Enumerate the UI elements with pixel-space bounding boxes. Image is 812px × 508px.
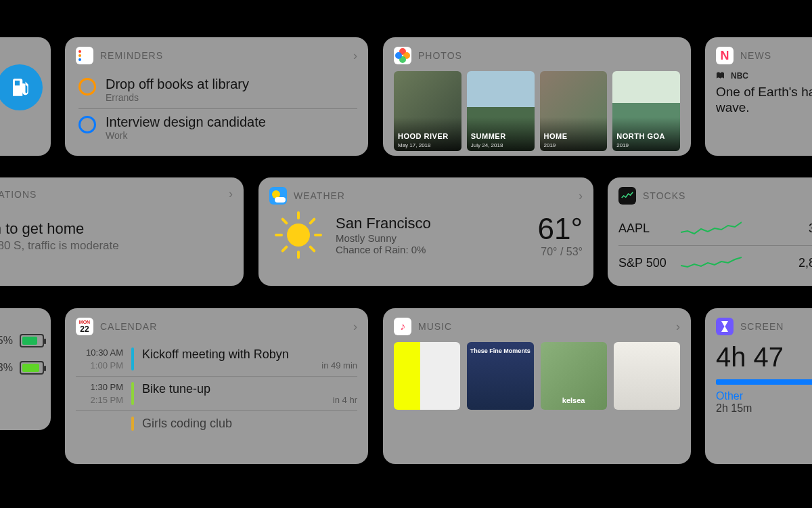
- widget-title: NEWS: [740, 50, 771, 61]
- photos-widget[interactable]: PHOTOS HOOD RIVER May 17, 2018 SUMMER Ju…: [383, 37, 691, 156]
- album-card[interactable]: [394, 342, 460, 410]
- reminder-title: Interview design candidate: [106, 114, 266, 130]
- photo-card[interactable]: NORTH GOA 2019: [612, 71, 680, 151]
- weather-temp: 61°: [537, 212, 583, 246]
- album-card[interactable]: kelsea: [541, 342, 607, 410]
- event-end: 1:00 PM: [76, 360, 123, 371]
- weather-condition: Mostly Sunny: [336, 232, 431, 244]
- photo-card[interactable]: HOME 2019: [540, 71, 608, 151]
- album-label: kelsea: [541, 396, 607, 404]
- photo-card[interactable]: SUMMER July 24, 2018: [467, 71, 535, 151]
- reminder-toggle[interactable]: [78, 116, 96, 133]
- music-icon: ♪: [394, 318, 411, 335]
- battery-icon: [20, 334, 44, 347]
- calendar-event[interactable]: 1:30 PM2:15 PM Bike tune-up in 4 hr: [76, 377, 357, 411]
- sparkline-icon: [681, 253, 742, 272]
- photo-card[interactable]: HOOD RIVER May 17, 2018: [394, 71, 461, 151]
- widget-title: STOCKS: [643, 190, 685, 201]
- calendar-event[interactable]: 10:30 AM1:00 PM Kickoff meeting with Rob…: [76, 342, 357, 377]
- chevron-right-icon: ›: [579, 189, 583, 203]
- widget-title: SCREEN: [740, 321, 784, 332]
- news-icon: N: [716, 47, 734, 64]
- screentime-widget[interactable]: SCREEN 4h 47 Other 2h 15m: [705, 308, 812, 464]
- album-label: These Fine Moments: [467, 347, 533, 354]
- calendar-widget[interactable]: MON 22 CALENDAR › 10:30 AM1:00 PM Kickof…: [65, 308, 368, 464]
- reminder-list-name: Errands: [106, 92, 249, 103]
- calendar-list: 10:30 AM1:00 PM Kickoff meeting with Rob…: [76, 342, 357, 436]
- reminder-toggle[interactable]: [78, 78, 96, 96]
- photo-date: May 17, 2018: [398, 142, 430, 148]
- event-color-bar: [131, 417, 134, 431]
- hourglass-icon: [716, 318, 734, 335]
- screentime-total: 4h 47: [716, 342, 812, 373]
- battery-row: 83%: [0, 361, 44, 375]
- photos-icon: [394, 47, 411, 64]
- calendar-event[interactable]: Girls coding club: [76, 411, 357, 436]
- photos-row: HOOD RIVER May 17, 2018 SUMMER July 24, …: [394, 71, 680, 151]
- event-start: 10:30 AM: [76, 347, 123, 358]
- stock-row[interactable]: S&P 500 2,852.50: [618, 245, 812, 280]
- widget-title: REMINDERS: [100, 50, 163, 61]
- gas-widget[interactable]: Gas: [0, 37, 51, 156]
- weather-widget[interactable]: WEATHER › San Francisco Mostly Sunny Cha…: [258, 177, 593, 286]
- reminder-item[interactable]: Drop off books at library Errands: [78, 71, 357, 108]
- stock-row[interactable]: AAPL 309.54: [618, 211, 812, 245]
- music-row: These Fine Moments kelsea: [394, 342, 680, 410]
- weather-range: 70° / 53°: [537, 246, 583, 258]
- event-end: 2:15 PM: [76, 395, 123, 405]
- calendar-icon: MON 22: [76, 318, 93, 335]
- reminders-widget[interactable]: REMINDERS › Drop off books at library Er…: [65, 37, 368, 156]
- album-card[interactable]: [614, 342, 680, 410]
- event-eta: in 4 hr: [333, 395, 357, 405]
- reminder-title: Drop off books at library: [106, 77, 249, 92]
- gas-label: Gas: [0, 120, 43, 131]
- widget-title: WEATHER: [294, 190, 345, 201]
- batteries-widget[interactable]: 75% 83%: [0, 308, 51, 430]
- music-widget[interactable]: ♪ MUSIC › These Fine Moments kelsea: [383, 308, 691, 464]
- photo-date: 2019: [616, 142, 629, 148]
- gas-icon: [0, 64, 43, 110]
- screentime-category: Other: [716, 390, 812, 402]
- stock-price: 309.54: [788, 221, 812, 236]
- battery-pct: 75%: [0, 335, 13, 347]
- event-start: 1:30 PM: [76, 382, 123, 392]
- news-headline: One of Earth's having a record wave.: [716, 85, 812, 116]
- widget-title: PHOTOS: [418, 50, 462, 61]
- battery-pct: 83%: [0, 362, 13, 374]
- stock-symbol: AAPL: [618, 221, 673, 236]
- event-eta: in 49 min: [321, 360, 357, 371]
- screentime-category-time: 2h 15m: [716, 402, 812, 415]
- destinations-widget[interactable]: DESTINATIONS › 24 min to get home Take I…: [0, 177, 244, 286]
- stocks-widget[interactable]: STOCKS AAPL 309.54 S&P 500 2,852.50: [608, 177, 812, 286]
- weather-icon: [269, 187, 287, 205]
- destination-route: Take I-280 S, traffic is moderate: [0, 239, 233, 253]
- photo-label: SUMMER: [471, 132, 506, 140]
- event-color-bar: [131, 347, 134, 371]
- chevron-right-icon: ›: [676, 320, 680, 334]
- chevron-right-icon: ›: [353, 49, 357, 63]
- photo-label: HOME: [544, 132, 568, 140]
- stock-symbol: S&P 500: [618, 256, 673, 270]
- stocks-icon: [618, 187, 636, 205]
- reminders-icon: [76, 47, 93, 64]
- weather-rain: Chance of Rain: 0%: [336, 244, 431, 255]
- photo-label: HOOD RIVER: [398, 132, 449, 140]
- reminder-item[interactable]: Interview design candidate Work: [78, 108, 357, 146]
- photo-date: 2019: [544, 142, 556, 148]
- event-title: Kickoff meeting with Robyn: [142, 347, 313, 371]
- widget-title: CALENDAR: [100, 321, 157, 332]
- news-source: NBC: [716, 71, 812, 81]
- album-card[interactable]: These Fine Moments: [467, 342, 533, 410]
- widget-title: DESTINATIONS: [0, 189, 37, 200]
- sun-icon: [275, 211, 322, 259]
- widget-title: MUSIC: [418, 321, 452, 332]
- event-color-bar: [131, 382, 134, 405]
- event-title: Bike tune-up: [142, 382, 325, 405]
- reminder-list-name: Work: [106, 130, 266, 141]
- event-title: Girls coding club: [142, 417, 349, 431]
- weather-city: San Francisco: [336, 215, 431, 232]
- sparkline-icon: [681, 219, 742, 238]
- chevron-right-icon: ›: [353, 320, 357, 334]
- news-widget[interactable]: N NEWS NBC One of Earth's having a recor…: [705, 37, 812, 156]
- screentime-bar: [716, 379, 812, 385]
